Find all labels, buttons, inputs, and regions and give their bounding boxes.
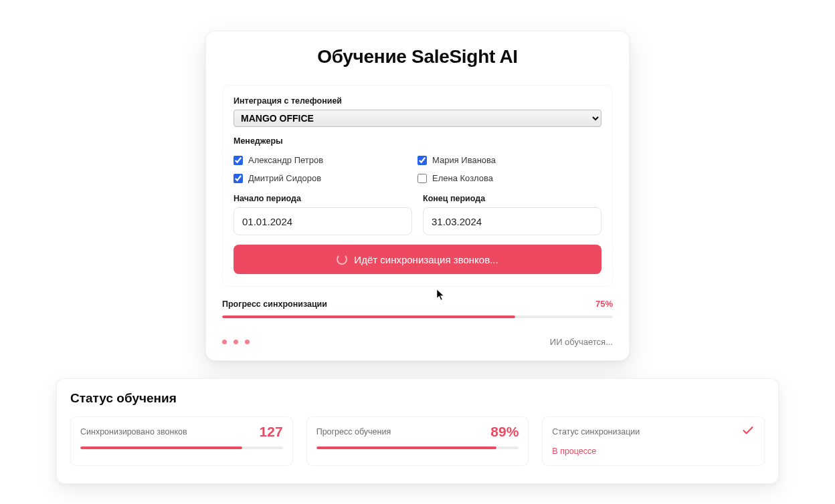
sync-progress-label: Прогресс синхронизации	[222, 299, 327, 309]
stat-sync-value: В процессе	[552, 447, 755, 456]
status-title: Статус обучения	[70, 391, 765, 406]
stat-calls: Синхронизировано звонков 127	[70, 416, 293, 466]
managers-grid: Александр Петров Мария Иванова Дмитрий С…	[234, 155, 601, 183]
sync-button-label: Идёт синхронизация звонков...	[354, 254, 498, 265]
manager-checkbox[interactable]	[234, 156, 243, 165]
sync-progress-pct: 75%	[595, 299, 613, 309]
training-footer: ИИ обучается...	[222, 337, 613, 347]
start-date-label: Начало периода	[234, 194, 412, 203]
manager-name: Елена Козлова	[432, 173, 493, 183]
manager-checkbox[interactable]	[234, 174, 243, 183]
stat-calls-label: Синхронизировано звонков	[80, 427, 187, 436]
sync-progress-section: Прогресс синхронизации 75%	[222, 299, 613, 318]
manager-item[interactable]: Мария Иванова	[418, 155, 601, 165]
managers-label: Менеджеры	[234, 136, 601, 146]
manager-name: Мария Иванова	[432, 155, 496, 165]
stat-calls-bar	[80, 447, 283, 449]
status-grid: Синхронизировано звонков 127 Прогресс об…	[70, 416, 765, 466]
stat-progress-label: Прогресс обучения	[316, 427, 391, 436]
manager-checkbox[interactable]	[418, 174, 427, 183]
manager-name: Александр Петров	[248, 155, 323, 165]
start-date-input[interactable]	[234, 207, 412, 235]
stat-sync-label: Статус синхронизации	[552, 427, 640, 436]
stat-calls-fill	[80, 447, 242, 449]
training-card: Обучение SaleSight AI Интеграция с телеф…	[205, 31, 630, 361]
manager-name: Дмитрий Сидоров	[248, 173, 321, 183]
manager-checkbox[interactable]	[418, 156, 427, 165]
page-title: Обучение SaleSight AI	[222, 46, 613, 68]
integration-select[interactable]: MANGO OFFICE	[234, 110, 601, 127]
stat-progress-fill	[316, 447, 496, 449]
stat-progress: Прогресс обучения 89%	[306, 416, 529, 466]
stat-calls-value: 127	[260, 424, 283, 440]
sync-progress-bar	[222, 316, 613, 318]
check-icon	[741, 424, 755, 440]
manager-item[interactable]: Елена Козлова	[418, 173, 601, 183]
stat-progress-bar	[316, 447, 519, 449]
loading-dots-icon	[222, 340, 250, 344]
spinner-icon	[337, 254, 347, 265]
manager-item[interactable]: Александр Петров	[234, 155, 418, 165]
sync-progress-fill	[222, 316, 515, 318]
stat-progress-value: 89%	[490, 424, 519, 440]
stat-sync-status: Статус синхронизации В процессе	[542, 416, 765, 466]
sync-button[interactable]: Идёт синхронизация звонков...	[234, 245, 601, 274]
ai-learning-status: ИИ обучается...	[550, 337, 613, 347]
end-date-input[interactable]	[423, 207, 601, 235]
status-card: Статус обучения Синхронизировано звонков…	[56, 378, 779, 484]
manager-item[interactable]: Дмитрий Сидоров	[234, 173, 418, 183]
dates-row: Начало периода Конец периода	[234, 194, 601, 235]
integration-label: Интеграция с телефонией	[234, 96, 601, 106]
training-form: Интеграция с телефонией MANGO OFFICE Мен…	[222, 85, 613, 287]
end-date-label: Конец периода	[423, 194, 601, 203]
